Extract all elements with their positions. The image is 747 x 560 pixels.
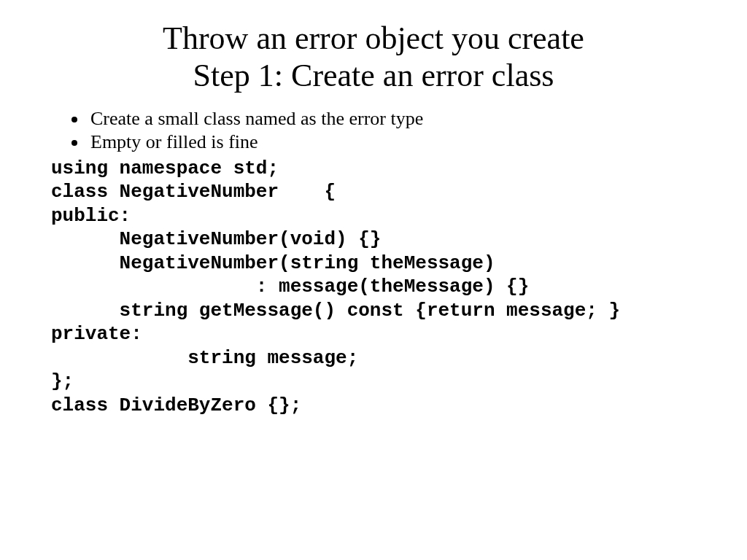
code-line: string message; bbox=[51, 347, 358, 369]
bullet-list: Create a small class named as the error … bbox=[51, 107, 696, 153]
slide: Throw an error object you create Step 1:… bbox=[0, 0, 747, 560]
list-item: Empty or filled is fine bbox=[88, 131, 696, 154]
slide-title: Throw an error object you create Step 1:… bbox=[51, 20, 696, 94]
code-line: private: bbox=[51, 323, 142, 345]
title-line-1: Throw an error object you create bbox=[163, 20, 584, 56]
code-line: class DivideByZero {}; bbox=[51, 394, 301, 416]
code-block: using namespace std; class NegativeNumbe… bbox=[51, 157, 696, 418]
title-line-2: Step 1: Create an error class bbox=[193, 58, 554, 93]
code-line: NegativeNumber(string theMessage) bbox=[51, 252, 495, 274]
code-line: using namespace std; bbox=[51, 158, 279, 179]
code-line: NegativeNumber(void) {} bbox=[51, 228, 381, 250]
code-line: class NegativeNumber { bbox=[51, 181, 336, 203]
code-line: : message(theMessage) {} bbox=[51, 276, 529, 298]
code-line: public: bbox=[51, 205, 131, 227]
code-line: string getMessage() const {return messag… bbox=[51, 300, 620, 322]
list-item: Create a small class named as the error … bbox=[88, 107, 696, 131]
code-line: }; bbox=[51, 370, 74, 392]
